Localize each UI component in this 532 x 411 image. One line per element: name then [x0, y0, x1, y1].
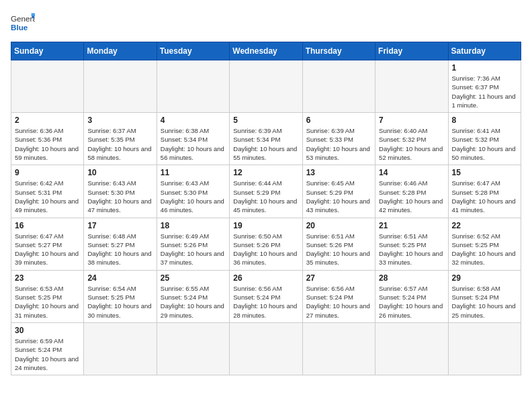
day-info: Sunrise: 6:37 AM Sunset: 5:35 PM Dayligh…: [87, 126, 152, 162]
calendar-cell: 14Sunrise: 6:46 AM Sunset: 5:28 PM Dayli…: [375, 165, 448, 218]
col-header-monday: Monday: [84, 42, 157, 60]
calendar-cell: [230, 322, 302, 375]
day-number: 17: [87, 221, 152, 230]
calendar-cell: 16Sunrise: 6:47 AM Sunset: 5:27 PM Dayli…: [11, 218, 84, 270]
col-header-tuesday: Tuesday: [157, 42, 229, 60]
calendar-cell: 17Sunrise: 6:48 AM Sunset: 5:27 PM Dayli…: [84, 218, 157, 270]
day-number: 22: [452, 221, 517, 230]
calendar-cell: 27Sunrise: 6:56 AM Sunset: 5:24 PM Dayli…: [302, 270, 375, 322]
day-number: 14: [379, 168, 444, 177]
day-number: 10: [87, 168, 152, 177]
day-number: 15: [452, 168, 517, 177]
day-info: Sunrise: 6:43 AM Sunset: 5:30 PM Dayligh…: [87, 179, 152, 214]
day-number: 7: [379, 116, 444, 125]
calendar-cell: 24Sunrise: 6:54 AM Sunset: 5:25 PM Dayli…: [84, 270, 157, 322]
col-header-friday: Friday: [375, 42, 448, 60]
calendar-cell: 13Sunrise: 6:45 AM Sunset: 5:29 PM Dayli…: [302, 165, 375, 218]
day-info: Sunrise: 6:55 AM Sunset: 5:24 PM Dayligh…: [161, 284, 226, 320]
day-info: Sunrise: 6:51 AM Sunset: 5:26 PM Dayligh…: [306, 232, 371, 267]
day-number: 29: [452, 273, 517, 283]
calendar-cell: 8Sunrise: 6:41 AM Sunset: 5:32 PM Daylig…: [448, 113, 521, 165]
day-info: Sunrise: 6:56 AM Sunset: 5:24 PM Dayligh…: [306, 284, 371, 320]
day-info: Sunrise: 6:45 AM Sunset: 5:29 PM Dayligh…: [306, 179, 371, 214]
calendar-cell: [302, 60, 375, 113]
calendar-cell: 15Sunrise: 6:47 AM Sunset: 5:28 PM Dayli…: [448, 165, 521, 218]
calendar-cell: 7Sunrise: 6:40 AM Sunset: 5:32 PM Daylig…: [375, 113, 448, 165]
calendar-cell: 3Sunrise: 6:37 AM Sunset: 5:35 PM Daylig…: [84, 113, 157, 165]
day-info: Sunrise: 6:40 AM Sunset: 5:32 PM Dayligh…: [379, 126, 444, 162]
logo: General Blue: [11, 11, 35, 35]
calendar-cell: 29Sunrise: 6:58 AM Sunset: 5:24 PM Dayli…: [448, 270, 521, 322]
day-info: Sunrise: 6:58 AM Sunset: 5:24 PM Dayligh…: [452, 284, 517, 320]
day-number: 12: [233, 168, 298, 177]
day-info: Sunrise: 6:42 AM Sunset: 5:31 PM Dayligh…: [15, 179, 80, 214]
calendar-cell: 5Sunrise: 6:39 AM Sunset: 5:34 PM Daylig…: [230, 113, 302, 165]
col-header-wednesday: Wednesday: [230, 42, 302, 60]
day-info: Sunrise: 6:59 AM Sunset: 5:24 PM Dayligh…: [15, 336, 80, 372]
col-header-thursday: Thursday: [302, 42, 375, 60]
calendar-cell: 26Sunrise: 6:56 AM Sunset: 5:24 PM Dayli…: [230, 270, 302, 322]
calendar-cell: 20Sunrise: 6:51 AM Sunset: 5:26 PM Dayli…: [302, 218, 375, 270]
day-number: 9: [15, 168, 80, 177]
calendar-cell: 2Sunrise: 6:36 AM Sunset: 5:36 PM Daylig…: [11, 113, 84, 165]
week-row-4: 23Sunrise: 6:53 AM Sunset: 5:25 PM Dayli…: [11, 270, 521, 322]
calendar-cell: 11Sunrise: 6:43 AM Sunset: 5:30 PM Dayli…: [157, 165, 229, 218]
calendar-cell: 19Sunrise: 6:50 AM Sunset: 5:26 PM Dayli…: [230, 218, 302, 270]
generalblue-logo-icon: General Blue: [11, 11, 35, 35]
calendar-cell: [448, 322, 521, 375]
day-info: Sunrise: 6:47 AM Sunset: 5:28 PM Dayligh…: [452, 179, 517, 214]
day-info: Sunrise: 7:36 AM Sunset: 6:37 PM Dayligh…: [452, 74, 517, 109]
day-number: 30: [15, 326, 80, 335]
day-number: 26: [233, 273, 298, 283]
day-info: Sunrise: 6:56 AM Sunset: 5:24 PM Dayligh…: [233, 284, 298, 320]
calendar-cell: 1Sunrise: 7:36 AM Sunset: 6:37 PM Daylig…: [448, 60, 521, 113]
week-row-5: 30Sunrise: 6:59 AM Sunset: 5:24 PM Dayli…: [11, 322, 521, 375]
day-number: 8: [452, 116, 517, 125]
day-number: 24: [87, 273, 152, 283]
day-number: 21: [379, 221, 444, 230]
calendar-cell: 18Sunrise: 6:49 AM Sunset: 5:26 PM Dayli…: [157, 218, 229, 270]
day-info: Sunrise: 6:54 AM Sunset: 5:25 PM Dayligh…: [87, 284, 152, 320]
day-info: Sunrise: 6:57 AM Sunset: 5:24 PM Dayligh…: [379, 284, 444, 320]
day-info: Sunrise: 6:48 AM Sunset: 5:27 PM Dayligh…: [87, 232, 152, 267]
calendar-cell: [157, 322, 229, 375]
calendar-cell: [84, 322, 157, 375]
calendar-cell: [375, 60, 448, 113]
calendar-cell: [157, 60, 229, 113]
day-info: Sunrise: 6:53 AM Sunset: 5:25 PM Dayligh…: [15, 284, 80, 320]
day-number: 27: [306, 273, 371, 283]
week-row-3: 16Sunrise: 6:47 AM Sunset: 5:27 PM Dayli…: [11, 218, 521, 270]
day-info: Sunrise: 6:46 AM Sunset: 5:28 PM Dayligh…: [379, 179, 444, 214]
calendar-cell: 10Sunrise: 6:43 AM Sunset: 5:30 PM Dayli…: [84, 165, 157, 218]
day-number: 13: [306, 168, 371, 177]
svg-text:Blue: Blue: [11, 23, 28, 32]
calendar-header-row: SundayMondayTuesdayWednesdayThursdayFrid…: [11, 42, 521, 60]
calendar-cell: 21Sunrise: 6:51 AM Sunset: 5:25 PM Dayli…: [375, 218, 448, 270]
day-info: Sunrise: 6:36 AM Sunset: 5:36 PM Dayligh…: [15, 126, 80, 162]
day-number: 16: [15, 221, 80, 230]
calendar-cell: 6Sunrise: 6:39 AM Sunset: 5:33 PM Daylig…: [302, 113, 375, 165]
day-number: 18: [161, 221, 226, 230]
day-info: Sunrise: 6:50 AM Sunset: 5:26 PM Dayligh…: [233, 232, 298, 267]
day-number: 28: [379, 273, 444, 283]
day-info: Sunrise: 6:47 AM Sunset: 5:27 PM Dayligh…: [15, 232, 80, 267]
week-row-2: 9Sunrise: 6:42 AM Sunset: 5:31 PM Daylig…: [11, 165, 521, 218]
calendar-cell: 12Sunrise: 6:44 AM Sunset: 5:29 PM Dayli…: [230, 165, 302, 218]
calendar-cell: 9Sunrise: 6:42 AM Sunset: 5:31 PM Daylig…: [11, 165, 84, 218]
day-number: 1: [452, 63, 517, 73]
day-number: 20: [306, 221, 371, 230]
day-info: Sunrise: 6:51 AM Sunset: 5:25 PM Dayligh…: [379, 232, 444, 267]
calendar-cell: 23Sunrise: 6:53 AM Sunset: 5:25 PM Dayli…: [11, 270, 84, 322]
calendar-cell: 28Sunrise: 6:57 AM Sunset: 5:24 PM Dayli…: [375, 270, 448, 322]
calendar-cell: 30Sunrise: 6:59 AM Sunset: 5:24 PM Dayli…: [11, 322, 84, 375]
day-info: Sunrise: 6:38 AM Sunset: 5:34 PM Dayligh…: [161, 126, 226, 162]
calendar-cell: [11, 60, 84, 113]
day-info: Sunrise: 6:43 AM Sunset: 5:30 PM Dayligh…: [161, 179, 226, 214]
week-row-1: 2Sunrise: 6:36 AM Sunset: 5:36 PM Daylig…: [11, 113, 521, 165]
day-number: 6: [306, 116, 371, 125]
calendar-cell: [302, 322, 375, 375]
calendar: SundayMondayTuesdayWednesdayThursdayFrid…: [11, 42, 521, 375]
calendar-cell: 22Sunrise: 6:52 AM Sunset: 5:25 PM Dayli…: [448, 218, 521, 270]
col-header-saturday: Saturday: [448, 42, 521, 60]
day-info: Sunrise: 6:39 AM Sunset: 5:33 PM Dayligh…: [306, 126, 371, 162]
